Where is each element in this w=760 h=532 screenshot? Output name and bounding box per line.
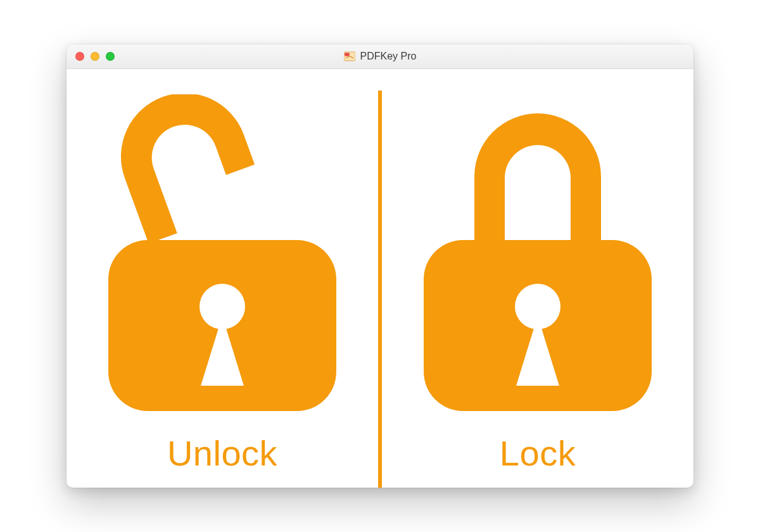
window-titlebar: PDFKey Pro — [66, 44, 694, 69]
lock-label: Lock — [500, 433, 576, 474]
app-icon — [344, 51, 355, 62]
window-title-text: PDFKey Pro — [360, 51, 417, 62]
window-body: Unlock Lock — [66, 69, 694, 488]
lock-pane[interactable]: Lock — [382, 69, 694, 488]
svg-rect-1 — [345, 53, 350, 56]
unlock-pane[interactable]: Unlock — [66, 69, 378, 488]
lock-icon — [405, 94, 671, 424]
app-window: PDFKey Pro — [66, 44, 694, 488]
unlock-label: Unlock — [167, 433, 277, 474]
window-close-button[interactable] — [75, 52, 84, 61]
window-zoom-button[interactable] — [106, 52, 115, 61]
window-title: PDFKey Pro — [344, 51, 417, 62]
window-minimize-button[interactable] — [91, 52, 99, 61]
traffic-lights — [75, 52, 115, 61]
unlock-icon — [89, 94, 355, 424]
